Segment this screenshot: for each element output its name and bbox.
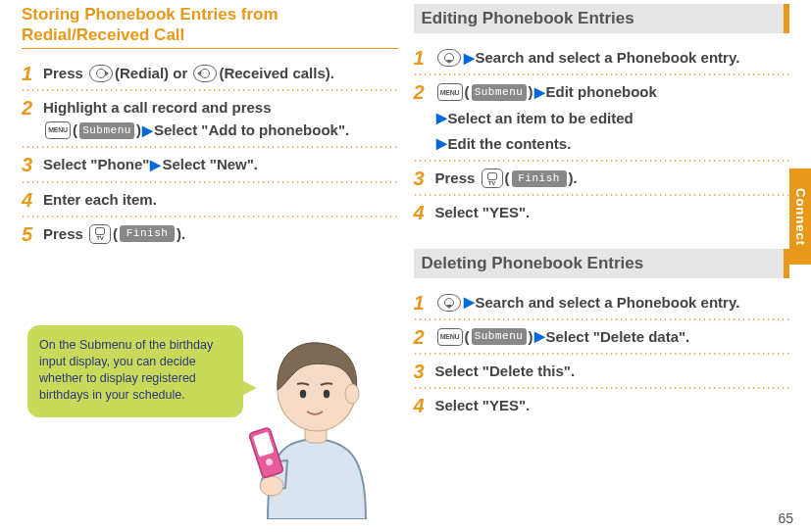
step-2: 2 MENU ( Submenu ) ▶ Select "Delete data…	[414, 322, 790, 355]
step-1: 1 ▶ Search and select a Phonebook entry.	[414, 288, 790, 320]
step-number: 4	[22, 190, 35, 210]
section-title-storing: Storing Phonebook Entries from Redial/Re…	[22, 4, 398, 49]
step-body: Enter each item.	[43, 190, 398, 210]
step-4: 4 Enter each item.	[22, 185, 398, 218]
svg-point-4	[324, 390, 329, 398]
softkey-submenu: Submenu	[472, 328, 527, 345]
step-number: 2	[22, 98, 35, 118]
step-number: 1	[22, 64, 35, 83]
step-body: Press (Redial) or (Received calls).	[43, 64, 398, 83]
text: (	[505, 169, 510, 188]
step-3: 3 Select "Phone" ▶ Select "New".	[22, 150, 398, 182]
svg-point-2	[345, 384, 359, 404]
softkey-submenu: Submenu	[79, 122, 134, 139]
text: Select "YES".	[435, 203, 531, 222]
section-title-deleting: Deleting Phonebook Entries	[414, 249, 790, 278]
step-body: ▶ Search and select a Phonebook entry.	[435, 48, 790, 68]
step-5: 5 Press ( Finish ) .	[22, 219, 398, 252]
softkey-finish: Finish	[512, 170, 567, 187]
step-4: 4 Select "YES".	[414, 391, 790, 423]
step-number: 3	[414, 169, 428, 188]
arrow-icon: ▶	[142, 121, 153, 140]
text: )	[529, 82, 533, 102]
text: .	[181, 224, 185, 244]
text: Edit the contents.	[448, 134, 572, 154]
nav-key-down-icon	[437, 294, 461, 312]
text: (	[465, 82, 470, 102]
step-body: Select "YES".	[435, 203, 790, 222]
step-number: 5	[22, 224, 35, 244]
camera-key-icon	[482, 169, 503, 188]
step-body: MENU ( Submenu ) ▶ Select "Delete data".	[435, 327, 790, 347]
text: Select "YES".	[435, 396, 531, 415]
text: Select an item to be edited	[448, 109, 634, 128]
text: Press	[435, 169, 480, 188]
nav-key-right-icon	[89, 65, 113, 82]
text: (	[113, 224, 118, 244]
text: .	[574, 169, 578, 188]
step-number: 3	[22, 155, 35, 174]
editing-block: Editing Phonebook Entries 1 ▶ Search and…	[414, 4, 790, 231]
nav-key-left-icon	[193, 65, 217, 82]
step-number: 1	[414, 48, 428, 68]
softkey-finish: Finish	[120, 225, 175, 242]
svg-point-5	[260, 476, 283, 496]
arrow-icon: ▶	[150, 156, 161, 174]
step-4: 4 Select "YES".	[414, 198, 790, 230]
page-number: 65	[778, 510, 793, 526]
step-1: 1 ▶ Search and select a Phonebook entry.	[414, 43, 790, 75]
arrow-icon: ▶	[436, 134, 447, 153]
person-with-phone-icon	[228, 314, 400, 519]
text: )	[136, 121, 141, 140]
step-body: Select "Delete this".	[435, 362, 790, 381]
text: (	[465, 327, 470, 347]
text: Select "Add to phonebook".	[154, 121, 349, 140]
text: Highlight a call record and press	[43, 98, 398, 118]
arrow-icon: ▶	[464, 49, 475, 68]
step-2: 2 Highlight a call record and press MENU…	[22, 93, 398, 149]
step-body: ▶ Search and select a Phonebook entry.	[435, 293, 790, 313]
camera-key-icon	[89, 224, 111, 244]
illustration-area: On the Submenu of the birthday input dis…	[27, 314, 390, 519]
right-column: Editing Phonebook Entries 1 ▶ Search and…	[414, 4, 790, 442]
softkey-submenu: Submenu	[472, 84, 527, 101]
step-body: MENU ( Submenu ) ▶ Edit phonebook ▶ Sele…	[435, 82, 790, 154]
step-body: Press ( Finish ) .	[435, 169, 790, 188]
text: Enter each item.	[43, 190, 157, 210]
text: Press	[43, 224, 87, 244]
text: Search and select a Phonebook entry.	[476, 293, 740, 313]
tip-bubble: On the Submenu of the birthday input dis…	[27, 325, 243, 417]
arrow-icon: ▶	[534, 327, 545, 346]
text: )	[529, 327, 533, 347]
step-body: Press ( Finish ) .	[43, 224, 398, 244]
text: (Redial) or	[115, 64, 191, 83]
step-number: 3	[414, 362, 428, 381]
step-3: 3 Select "Delete this".	[414, 357, 790, 389]
arrow-icon: ▶	[534, 83, 545, 102]
text: Select "Phone"	[43, 155, 149, 174]
step-body: Highlight a call record and press MENU (…	[43, 98, 398, 141]
step-number: 2	[414, 327, 428, 347]
menu-key-icon: MENU	[437, 83, 463, 101]
text: Select "Delete data".	[546, 327, 690, 347]
step-number: 2	[414, 82, 428, 102]
step-number: 1	[414, 293, 428, 313]
section-title-editing: Editing Phonebook Entries	[414, 4, 790, 33]
text: (Received calls).	[219, 64, 334, 83]
step-2: 2 MENU ( Submenu ) ▶ Edit phonebook ▶ Se…	[414, 77, 790, 162]
arrow-icon: ▶	[436, 109, 447, 127]
side-tab-connect: Connect	[789, 169, 811, 265]
step-number: 4	[414, 203, 428, 222]
step-body: Select "YES".	[435, 396, 790, 415]
svg-point-3	[300, 390, 306, 398]
nav-key-down-icon	[437, 49, 461, 67]
step-3: 3 Press ( Finish ) .	[414, 164, 790, 196]
text: Select "Delete this".	[435, 362, 576, 381]
text: Edit phonebook	[546, 82, 657, 102]
text: Search and select a Phonebook entry.	[476, 48, 740, 68]
text: (	[73, 121, 77, 140]
step-number: 4	[414, 396, 428, 415]
menu-key-icon: MENU	[45, 121, 71, 139]
menu-key-icon: MENU	[437, 328, 463, 346]
text: Select "New".	[162, 155, 258, 174]
